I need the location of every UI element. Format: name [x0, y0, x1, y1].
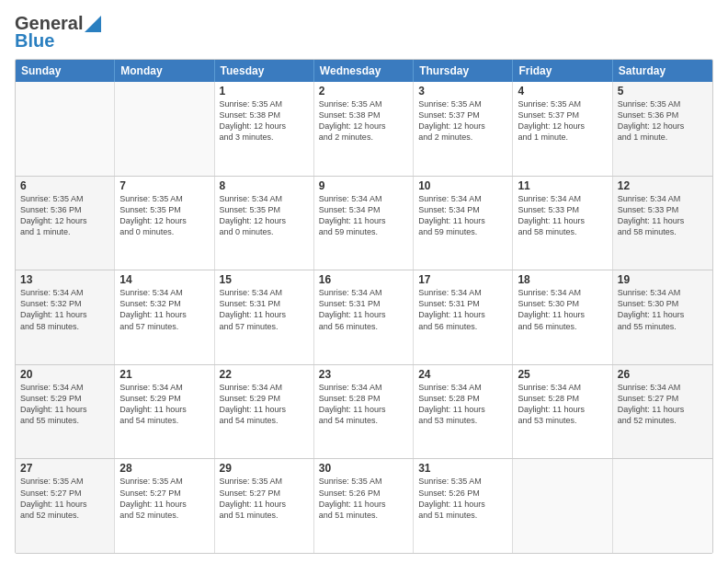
calendar-cell: 27Sunrise: 5:35 AM Sunset: 5:27 PM Dayli… [16, 459, 115, 553]
day-number: 18 [518, 273, 607, 286]
day-info: Sunrise: 5:34 AM Sunset: 5:31 PM Dayligh… [220, 287, 309, 332]
weekday-monday: Monday [115, 60, 214, 82]
day-info: Sunrise: 5:35 AM Sunset: 5:35 PM Dayligh… [119, 193, 209, 238]
weekday-wednesday: Wednesday [314, 60, 414, 82]
day-info: Sunrise: 5:35 AM Sunset: 5:27 PM Dayligh… [20, 476, 109, 521]
day-info: Sunrise: 5:35 AM Sunset: 5:36 PM Dayligh… [618, 98, 708, 144]
day-number: 3 [418, 85, 507, 98]
day-number: 30 [319, 462, 408, 475]
day-info: Sunrise: 5:34 AM Sunset: 5:35 PM Dayligh… [220, 193, 309, 238]
calendar-body: 1Sunrise: 5:35 AM Sunset: 5:38 PM Daylig… [16, 82, 712, 553]
day-number: 11 [518, 179, 607, 192]
day-number: 31 [418, 462, 507, 475]
calendar-row: 1Sunrise: 5:35 AM Sunset: 5:38 PM Daylig… [16, 82, 712, 176]
calendar-cell: 16Sunrise: 5:34 AM Sunset: 5:31 PM Dayli… [314, 270, 414, 364]
calendar-cell: 17Sunrise: 5:34 AM Sunset: 5:31 PM Dayli… [414, 270, 513, 364]
calendar-cell: 9Sunrise: 5:34 AM Sunset: 5:34 PM Daylig… [314, 177, 414, 270]
calendar-cell: 5Sunrise: 5:35 AM Sunset: 5:36 PM Daylig… [613, 82, 712, 176]
day-info: Sunrise: 5:34 AM Sunset: 5:28 PM Dayligh… [319, 382, 408, 427]
calendar-cell: 24Sunrise: 5:34 AM Sunset: 5:28 PM Dayli… [414, 365, 513, 459]
day-number: 12 [618, 179, 708, 192]
calendar-cell: 26Sunrise: 5:34 AM Sunset: 5:27 PM Dayli… [613, 365, 712, 459]
page-header: General Blue [15, 13, 713, 52]
logo-blue: Blue [15, 30, 54, 52]
calendar: Sunday Monday Tuesday Wednesday Thursday… [15, 59, 713, 554]
day-number: 22 [220, 368, 309, 381]
day-number: 23 [319, 368, 408, 381]
day-info: Sunrise: 5:34 AM Sunset: 5:33 PM Dayligh… [618, 193, 708, 238]
day-info: Sunrise: 5:34 AM Sunset: 5:31 PM Dayligh… [319, 287, 408, 332]
day-number: 5 [618, 85, 708, 98]
day-number: 19 [618, 273, 708, 286]
day-info: Sunrise: 5:34 AM Sunset: 5:28 PM Dayligh… [518, 382, 607, 427]
day-number: 15 [220, 273, 309, 286]
weekday-thursday: Thursday [414, 60, 513, 82]
svg-marker-0 [85, 16, 101, 32]
calendar-cell: 15Sunrise: 5:34 AM Sunset: 5:31 PM Dayli… [215, 270, 314, 364]
calendar-cell: 12Sunrise: 5:34 AM Sunset: 5:33 PM Dayli… [613, 177, 712, 270]
calendar-cell: 22Sunrise: 5:34 AM Sunset: 5:29 PM Dayli… [215, 365, 314, 459]
calendar-cell: 31Sunrise: 5:35 AM Sunset: 5:26 PM Dayli… [414, 459, 513, 553]
day-info: Sunrise: 5:35 AM Sunset: 5:38 PM Dayligh… [319, 98, 408, 144]
calendar-cell: 21Sunrise: 5:34 AM Sunset: 5:29 PM Dayli… [115, 365, 214, 459]
day-number: 25 [518, 368, 607, 381]
day-number: 14 [119, 273, 209, 286]
day-info: Sunrise: 5:34 AM Sunset: 5:34 PM Dayligh… [418, 193, 507, 238]
calendar-header: Sunday Monday Tuesday Wednesday Thursday… [16, 60, 712, 82]
day-info: Sunrise: 5:35 AM Sunset: 5:37 PM Dayligh… [518, 98, 607, 144]
day-info: Sunrise: 5:34 AM Sunset: 5:32 PM Dayligh… [20, 287, 109, 332]
calendar-cell: 29Sunrise: 5:35 AM Sunset: 5:27 PM Dayli… [215, 459, 314, 553]
calendar-cell: 13Sunrise: 5:34 AM Sunset: 5:32 PM Dayli… [16, 270, 115, 364]
day-info: Sunrise: 5:34 AM Sunset: 5:27 PM Dayligh… [618, 382, 708, 427]
day-number: 13 [20, 273, 109, 286]
calendar-cell [115, 82, 214, 176]
calendar-cell: 4Sunrise: 5:35 AM Sunset: 5:37 PM Daylig… [513, 82, 612, 176]
calendar-cell: 6Sunrise: 5:35 AM Sunset: 5:36 PM Daylig… [16, 177, 115, 270]
day-number: 28 [119, 462, 209, 475]
day-number: 27 [20, 462, 109, 475]
day-info: Sunrise: 5:35 AM Sunset: 5:37 PM Dayligh… [418, 98, 507, 144]
calendar-cell: 14Sunrise: 5:34 AM Sunset: 5:32 PM Dayli… [115, 270, 214, 364]
logo-icon [85, 16, 101, 32]
weekday-saturday: Saturday [613, 60, 712, 82]
calendar-cell: 10Sunrise: 5:34 AM Sunset: 5:34 PM Dayli… [414, 177, 513, 270]
weekday-friday: Friday [513, 60, 612, 82]
day-info: Sunrise: 5:34 AM Sunset: 5:34 PM Dayligh… [319, 193, 408, 238]
day-number: 16 [319, 273, 408, 286]
calendar-cell: 11Sunrise: 5:34 AM Sunset: 5:33 PM Dayli… [513, 177, 612, 270]
weekday-sunday: Sunday [16, 60, 115, 82]
day-number: 2 [319, 85, 408, 98]
day-number: 20 [20, 368, 109, 381]
logo: General Blue [15, 13, 101, 52]
calendar-cell [613, 459, 712, 553]
weekday-tuesday: Tuesday [215, 60, 314, 82]
day-info: Sunrise: 5:35 AM Sunset: 5:27 PM Dayligh… [220, 476, 309, 521]
calendar-row: 20Sunrise: 5:34 AM Sunset: 5:29 PM Dayli… [16, 364, 712, 459]
calendar-cell: 20Sunrise: 5:34 AM Sunset: 5:29 PM Dayli… [16, 365, 115, 459]
day-number: 24 [418, 368, 507, 381]
day-info: Sunrise: 5:34 AM Sunset: 5:30 PM Dayligh… [518, 287, 607, 332]
day-info: Sunrise: 5:34 AM Sunset: 5:30 PM Dayligh… [618, 287, 708, 332]
calendar-cell: 2Sunrise: 5:35 AM Sunset: 5:38 PM Daylig… [314, 82, 414, 176]
day-info: Sunrise: 5:35 AM Sunset: 5:26 PM Dayligh… [418, 476, 507, 521]
day-info: Sunrise: 5:34 AM Sunset: 5:28 PM Dayligh… [418, 382, 507, 427]
day-info: Sunrise: 5:34 AM Sunset: 5:29 PM Dayligh… [220, 382, 309, 427]
calendar-cell: 23Sunrise: 5:34 AM Sunset: 5:28 PM Dayli… [314, 365, 414, 459]
day-info: Sunrise: 5:34 AM Sunset: 5:33 PM Dayligh… [518, 193, 607, 238]
day-info: Sunrise: 5:35 AM Sunset: 5:36 PM Dayligh… [20, 193, 109, 238]
calendar-cell: 28Sunrise: 5:35 AM Sunset: 5:27 PM Dayli… [115, 459, 214, 553]
day-number: 10 [418, 179, 507, 192]
day-info: Sunrise: 5:34 AM Sunset: 5:29 PM Dayligh… [119, 382, 209, 427]
day-number: 26 [618, 368, 708, 381]
calendar-cell: 30Sunrise: 5:35 AM Sunset: 5:26 PM Dayli… [314, 459, 414, 553]
day-number: 17 [418, 273, 507, 286]
calendar-row: 13Sunrise: 5:34 AM Sunset: 5:32 PM Dayli… [16, 270, 712, 364]
calendar-cell: 1Sunrise: 5:35 AM Sunset: 5:38 PM Daylig… [215, 82, 314, 176]
calendar-cell [513, 459, 612, 553]
day-info: Sunrise: 5:34 AM Sunset: 5:29 PM Dayligh… [20, 382, 109, 427]
day-info: Sunrise: 5:35 AM Sunset: 5:27 PM Dayligh… [119, 476, 209, 521]
calendar-cell: 19Sunrise: 5:34 AM Sunset: 5:30 PM Dayli… [613, 270, 712, 364]
calendar-cell: 25Sunrise: 5:34 AM Sunset: 5:28 PM Dayli… [513, 365, 612, 459]
calendar-row: 6Sunrise: 5:35 AM Sunset: 5:36 PM Daylig… [16, 176, 712, 270]
day-number: 29 [220, 462, 309, 475]
